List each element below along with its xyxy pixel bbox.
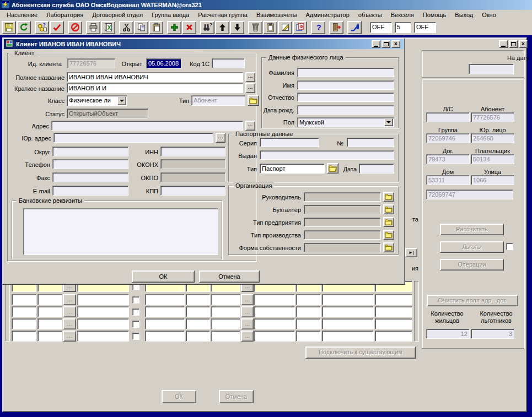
grid-lookup-button-r5[interactable]: ... bbox=[241, 331, 254, 342]
kpp-field[interactable] bbox=[160, 186, 225, 196]
class-combobox[interactable]: Физическое ли bbox=[67, 95, 127, 106]
grid-cell-r5-c10[interactable] bbox=[254, 331, 295, 342]
email-field[interactable] bbox=[52, 186, 128, 196]
grid-cell-r3-c8[interactable] bbox=[211, 306, 240, 317]
paste-button[interactable] bbox=[149, 21, 163, 34]
benefits-checkbox[interactable] bbox=[506, 243, 513, 250]
toolbar-field-3[interactable]: OFF bbox=[414, 22, 436, 33]
org-field-5[interactable] bbox=[304, 243, 381, 252]
grid-cell-r5-c11[interactable] bbox=[296, 331, 321, 342]
menu-item-6[interactable]: Взаимозачеты bbox=[252, 10, 302, 20]
menu-item-7[interactable]: Администратор bbox=[301, 10, 353, 20]
clipboard-button[interactable] bbox=[263, 21, 277, 34]
passport-series-field[interactable] bbox=[260, 138, 319, 147]
toolbar-field-2[interactable]: 5 bbox=[395, 22, 411, 33]
dialog-maximize-button[interactable] bbox=[381, 40, 390, 48]
toolbar-field-1[interactable]: OFF bbox=[370, 22, 392, 33]
grid-cell-r2-c13[interactable] bbox=[375, 294, 412, 305]
menu-item-2[interactable]: Лаборатория bbox=[42, 10, 88, 20]
person-field-2[interactable] bbox=[297, 80, 394, 90]
address-field[interactable] bbox=[51, 121, 243, 131]
connect-existing-button[interactable]: Подключить к существующим bbox=[305, 346, 416, 359]
grid-lookup-button-r4[interactable]: ... bbox=[241, 318, 254, 329]
grid-cell-r2-c2[interactable] bbox=[37, 294, 62, 305]
exit-button[interactable] bbox=[329, 21, 343, 34]
legal-address-lookup-button[interactable]: ... bbox=[216, 133, 225, 143]
grid-checkbox-r4[interactable] bbox=[132, 321, 139, 328]
grid-lookup-button-r2[interactable]: ... bbox=[241, 294, 254, 305]
type-lookup-button[interactable] bbox=[248, 95, 259, 106]
grid-cell-r3-c1[interactable] bbox=[12, 306, 36, 317]
grid-checkbox-r3[interactable] bbox=[132, 308, 139, 316]
grid-checkbox-r5[interactable] bbox=[132, 333, 139, 340]
grid-cell-r3-c4[interactable] bbox=[77, 306, 129, 317]
org-lookup-button-5[interactable] bbox=[383, 242, 394, 252]
org-field-2[interactable] bbox=[304, 205, 381, 214]
grid-cell-r2-c6[interactable] bbox=[145, 294, 185, 305]
grid-cell-r2-c12[interactable] bbox=[322, 294, 374, 305]
help-button[interactable]: ? bbox=[311, 21, 325, 34]
short-name-field[interactable]: ИВАНОВ И И bbox=[67, 83, 243, 93]
move-down-button[interactable] bbox=[230, 21, 244, 34]
print-button[interactable] bbox=[86, 21, 100, 34]
gender-combobox[interactable]: Мужской bbox=[297, 117, 394, 127]
passport-type-lookup-button[interactable] bbox=[327, 163, 338, 174]
dialog-cancel-button[interactable]: Отмена bbox=[199, 270, 260, 283]
type-field[interactable]: Абонент bbox=[191, 95, 245, 106]
passport-number-field[interactable] bbox=[347, 138, 394, 147]
grid-cell-r5-c1[interactable] bbox=[12, 331, 36, 342]
menu-item-11[interactable]: Выход bbox=[450, 10, 477, 20]
district-field[interactable] bbox=[52, 147, 128, 156]
window-cancel-button[interactable]: Отмена bbox=[219, 390, 254, 403]
move-up-button[interactable] bbox=[215, 21, 229, 34]
grid-cell-r4-c6[interactable] bbox=[145, 318, 185, 329]
grid-cell-r3-c6[interactable] bbox=[145, 306, 185, 317]
menu-item-3[interactable]: Договорной отдел bbox=[88, 10, 147, 20]
edit-note-button[interactable] bbox=[278, 21, 292, 34]
org-lookup-button-1[interactable] bbox=[383, 192, 394, 202]
org-field-4[interactable] bbox=[304, 230, 381, 240]
grid-lookup-button-r3[interactable]: ... bbox=[63, 306, 76, 317]
grid-lookup-button-r4[interactable]: ... bbox=[63, 318, 76, 329]
grid-cell-r2-c10[interactable] bbox=[254, 294, 295, 305]
grid-cell-r4-c13[interactable] bbox=[375, 318, 412, 329]
grid-cell-r4-c4[interactable] bbox=[77, 318, 129, 329]
grid-cell-r2-c8[interactable] bbox=[211, 294, 240, 305]
phone-field[interactable] bbox=[52, 159, 128, 169]
grid-cell-r3-c11[interactable] bbox=[296, 306, 321, 317]
trash-button[interactable] bbox=[248, 21, 262, 34]
opened-date-field[interactable]: 05.06.2008 bbox=[146, 58, 181, 69]
menu-item-9[interactable]: Векселя bbox=[386, 10, 418, 20]
grid-cell-r5-c6[interactable] bbox=[145, 331, 185, 342]
grid-cell-r4-c12[interactable] bbox=[322, 318, 374, 329]
clear-address-button[interactable]: Очистить поля адр., дог. bbox=[427, 295, 518, 306]
short-name-lookup-button[interactable]: ... bbox=[245, 83, 255, 93]
find-button[interactable]: ? bbox=[200, 21, 214, 34]
menu-item-12[interactable]: Окно bbox=[477, 10, 501, 20]
grid-cell-r5-c2[interactable] bbox=[37, 331, 62, 342]
child-maximize-button[interactable] bbox=[509, 40, 518, 48]
dialog-titlebar[interactable]: Клиент ИВАНОВ ИВАН ИВАНОВИЧ × bbox=[4, 39, 404, 49]
grid-cell-r4-c11[interactable] bbox=[296, 318, 321, 329]
grid-cell-r4-c1[interactable] bbox=[12, 318, 36, 329]
dialog-ok-button[interactable]: ОК bbox=[132, 270, 195, 283]
grid-cell-r3-c7[interactable] bbox=[186, 306, 210, 317]
delete-button[interactable] bbox=[182, 21, 196, 34]
cards-button[interactable]: Ф bbox=[293, 21, 307, 34]
person-field-4[interactable] bbox=[297, 105, 394, 115]
operations-button[interactable]: Операции bbox=[440, 259, 504, 270]
grid-cell-r5-c7[interactable] bbox=[186, 331, 210, 342]
connect-button[interactable] bbox=[347, 21, 362, 34]
passport-type-field[interactable]: Паспорт bbox=[260, 164, 325, 174]
on-date-field[interactable] bbox=[469, 64, 514, 74]
child-minimize-button[interactable] bbox=[499, 40, 508, 48]
confirm-check-button[interactable] bbox=[50, 21, 64, 34]
calculate-button[interactable]: Рассчитать bbox=[440, 224, 504, 235]
extra-account-field[interactable]: 72069747 bbox=[426, 189, 513, 199]
copy-button[interactable] bbox=[134, 21, 148, 34]
org-lookup-button-4[interactable] bbox=[383, 230, 394, 240]
nav-last-button[interactable]: ►| bbox=[405, 248, 417, 257]
grid-checkbox-r2[interactable] bbox=[132, 296, 139, 304]
legal-address-field[interactable] bbox=[53, 133, 213, 143]
class-dropdown-button[interactable] bbox=[117, 96, 126, 105]
